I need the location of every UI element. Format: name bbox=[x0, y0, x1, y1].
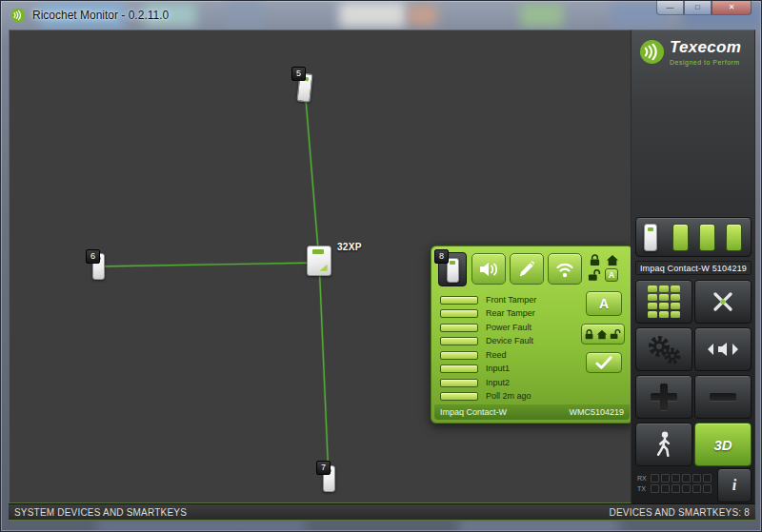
remove-device-button[interactable] bbox=[694, 375, 752, 419]
titlebar[interactable]: Ricochet Monitor - 0.2.11.0 — □ ✕ bbox=[1, 1, 761, 30]
status-row: Device Fault bbox=[440, 335, 533, 346]
network-icon bbox=[711, 289, 735, 314]
statusbar-left-text: SYSTEM DEVICES AND SMARTKEYS bbox=[14, 507, 187, 518]
rx-label: RX bbox=[637, 475, 649, 482]
status-indicator-bar bbox=[440, 296, 478, 305]
popup-device-serial: WMC5104219 bbox=[569, 407, 624, 417]
topology-canvas: 5 6 32XP 7 8 bbox=[9, 30, 632, 503]
tx-led bbox=[682, 484, 691, 493]
brand-logo-icon bbox=[639, 39, 665, 65]
status-row: Input2 bbox=[440, 377, 510, 388]
arm-mode-button[interactable] bbox=[581, 324, 625, 345]
selected-device-label: Impaq Contact-W 5104219 bbox=[635, 261, 752, 275]
minimize-button[interactable]: — bbox=[656, 1, 684, 15]
app-window: Ricochet Monitor - 0.2.11.0 — □ ✕ 5 6 32… bbox=[0, 0, 762, 532]
status-indicator-bar bbox=[440, 337, 478, 345]
info-button[interactable]: i bbox=[717, 468, 752, 502]
maximize-button[interactable]: □ bbox=[684, 1, 712, 15]
rx-led bbox=[672, 474, 680, 483]
speaker-arrows-icon bbox=[706, 340, 740, 359]
3d-view-button[interactable]: 3D bbox=[694, 423, 752, 466]
brand: Texecom Designed to Perform bbox=[639, 39, 741, 66]
status-label: Reed bbox=[486, 350, 507, 360]
settings-button[interactable] bbox=[635, 327, 692, 371]
walk-person-icon bbox=[653, 431, 674, 458]
tx-led bbox=[692, 484, 701, 493]
glass-blob bbox=[458, 520, 620, 532]
tx-led bbox=[703, 484, 712, 493]
unlock-icon bbox=[588, 268, 602, 283]
window-controls: — □ ✕ bbox=[656, 1, 752, 15]
gears-icon bbox=[645, 333, 683, 365]
sidebar: Texecom Designed to Perform Impaq Contac… bbox=[632, 30, 755, 503]
tx-label: TX bbox=[637, 485, 649, 492]
keypad-button[interactable] bbox=[635, 280, 692, 324]
tx-led bbox=[661, 484, 670, 493]
sound-button[interactable] bbox=[471, 253, 506, 285]
brand-name: Texecom bbox=[670, 39, 741, 57]
rx-led bbox=[682, 474, 691, 483]
status-label: Power Fault bbox=[486, 323, 531, 332]
status-label: Rear Tamper bbox=[486, 308, 535, 318]
confirm-button[interactable] bbox=[586, 352, 622, 373]
lock-icon bbox=[588, 253, 602, 267]
mode-a-button[interactable]: A bbox=[586, 291, 622, 316]
plus-icon bbox=[651, 384, 677, 410]
audio-test-button[interactable] bbox=[694, 327, 752, 371]
signal-bar bbox=[699, 224, 715, 251]
node-badge-6: 6 bbox=[86, 249, 100, 264]
rx-led bbox=[651, 474, 659, 483]
status-row: Rear Tamper bbox=[440, 307, 535, 319]
node-badge-5: 5 bbox=[291, 67, 306, 81]
rx-led bbox=[703, 474, 712, 483]
status-row: Power Fault bbox=[440, 322, 531, 333]
signal-button[interactable] bbox=[548, 253, 582, 285]
hub-label: 32XP bbox=[337, 242, 362, 252]
device-node-32xp[interactable] bbox=[307, 246, 331, 276]
rx-led bbox=[692, 474, 701, 483]
window-title: Ricochet Monitor - 0.2.11.0 bbox=[32, 9, 169, 22]
status-label: Device Fault bbox=[486, 336, 533, 345]
speaker-icon bbox=[477, 260, 500, 279]
device-detail-panel: 8 bbox=[431, 246, 632, 424]
home-icon bbox=[596, 329, 608, 340]
status-indicator-bar bbox=[440, 309, 478, 318]
minus-icon bbox=[710, 393, 736, 401]
lock-icon bbox=[584, 328, 594, 341]
glass-blob bbox=[96, 520, 306, 532]
rx-led bbox=[661, 474, 670, 483]
status-label: Poll 2m ago bbox=[486, 391, 531, 401]
mode-a-indicator: A bbox=[605, 268, 618, 282]
status-row: Front Tamper bbox=[440, 294, 536, 305]
status-indicator-bar bbox=[440, 392, 478, 401]
add-device-button[interactable] bbox=[635, 375, 692, 419]
status-row: Poll 2m ago bbox=[440, 390, 531, 402]
statusbar-right-text: DEVICES AND SMARTKEYS: 8 bbox=[610, 507, 750, 518]
tx-led bbox=[651, 484, 659, 493]
status-label: Input2 bbox=[486, 378, 510, 387]
status-indicator-bar bbox=[440, 379, 478, 387]
commission-button[interactable] bbox=[510, 253, 544, 285]
3d-label: 3D bbox=[713, 437, 732, 453]
popup-footer: Impaq Contact-W WMC5104219 bbox=[434, 404, 630, 420]
rxtx-indicators: RX TX bbox=[637, 474, 712, 495]
tx-led bbox=[672, 484, 680, 493]
keypad-icon bbox=[648, 286, 680, 318]
status-indicator-bar bbox=[440, 351, 478, 360]
unlock-icon bbox=[610, 328, 622, 341]
statusbar: SYSTEM DEVICES AND SMARTKEYS DEVICES AND… bbox=[9, 503, 755, 521]
close-button[interactable]: ✕ bbox=[712, 1, 752, 15]
status-indicator-bar bbox=[440, 324, 478, 332]
status-label: Front Tamper bbox=[486, 295, 536, 305]
signal-bar bbox=[672, 224, 689, 251]
tx-row: TX bbox=[637, 484, 712, 493]
rx-row: RX bbox=[637, 474, 712, 483]
status-label: Input1 bbox=[486, 364, 510, 373]
selected-device-button[interactable] bbox=[635, 217, 752, 257]
check-icon bbox=[594, 355, 613, 370]
network-view-button[interactable] bbox=[694, 280, 752, 324]
home-icon bbox=[605, 253, 619, 267]
status-row: Input1 bbox=[440, 363, 510, 374]
status-row: Reed bbox=[440, 349, 507, 361]
walk-test-button[interactable] bbox=[635, 423, 692, 466]
